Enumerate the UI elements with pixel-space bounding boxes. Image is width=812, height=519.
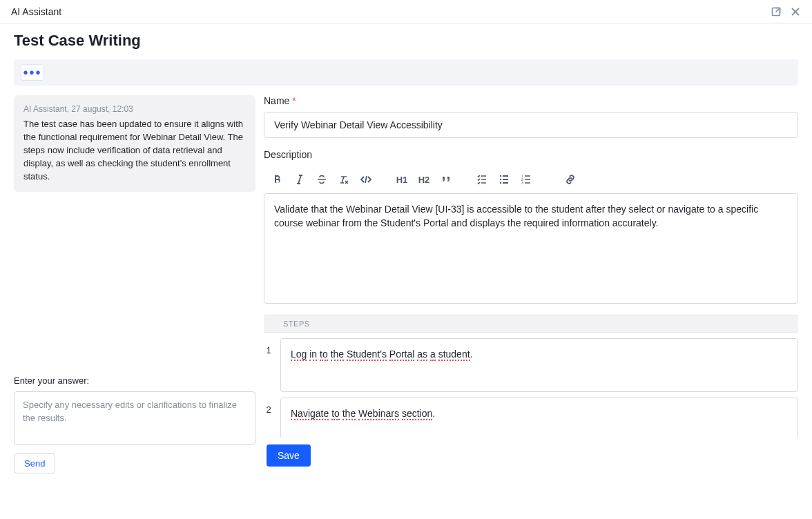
- conversation-column: AI Assistant, 27 august, 12:03 The test …: [14, 95, 255, 473]
- h2-button[interactable]: H2: [414, 170, 434, 189]
- form-column: Name * Description: [264, 95, 802, 473]
- step-number: 1: [264, 338, 273, 355]
- page-title: Test Case Writing: [0, 23, 812, 59]
- numbered-list-icon[interactable]: 123: [516, 170, 536, 189]
- close-icon[interactable]: [790, 6, 801, 17]
- svg-point-3: [500, 182, 501, 184]
- svg-point-1: [500, 175, 501, 177]
- quote-icon[interactable]: [436, 170, 456, 189]
- answer-input[interactable]: [14, 391, 255, 445]
- assistant-message-body: The test case has been updated to ensure…: [23, 118, 246, 183]
- bullet-list-icon[interactable]: [494, 170, 514, 189]
- loading-row: •••: [14, 59, 798, 86]
- assistant-message-meta: AI Assistant, 27 august, 12:03: [23, 104, 246, 115]
- topbar-title: AI Assistant: [11, 6, 61, 17]
- h1-button[interactable]: H1: [392, 170, 412, 189]
- open-external-icon[interactable]: [771, 6, 782, 17]
- steps-header: Steps: [264, 315, 798, 333]
- name-label-text: Name: [264, 95, 289, 106]
- form-scroll[interactable]: Name * Description: [264, 95, 802, 473]
- step-editor[interactable]: Log in to the Student's Portal as a stud…: [280, 338, 798, 392]
- code-icon[interactable]: [356, 170, 376, 189]
- step-number: 2: [264, 398, 273, 415]
- topbar: AI Assistant: [0, 0, 812, 23]
- name-label: Name *: [264, 95, 798, 106]
- required-star: *: [292, 95, 296, 106]
- italic-icon[interactable]: [290, 170, 309, 189]
- rich-text-toolbar: H1 H2 123: [264, 166, 798, 193]
- name-input[interactable]: [264, 112, 798, 138]
- svg-point-2: [500, 179, 501, 180]
- loading-dots-icon: •••: [21, 64, 44, 81]
- description-editor[interactable]: Validate that the Webinar Detail View [U…: [264, 193, 798, 304]
- svg-text:3: 3: [521, 181, 523, 185]
- assistant-message: AI Assistant, 27 august, 12:03 The test …: [14, 95, 255, 192]
- description-label: Description: [264, 149, 798, 160]
- step-row: 1Log in to the Student's Portal as a stu…: [264, 338, 798, 392]
- checklist-icon[interactable]: [472, 170, 492, 189]
- send-button[interactable]: Send: [14, 453, 55, 473]
- answer-label: Enter your answer:: [14, 375, 255, 386]
- strikethrough-icon[interactable]: [312, 170, 331, 189]
- topbar-actions: [771, 6, 801, 17]
- clear-format-icon[interactable]: [334, 170, 354, 189]
- link-icon[interactable]: [561, 170, 580, 189]
- save-button[interactable]: Save: [267, 444, 311, 467]
- save-row: Save: [264, 437, 802, 473]
- bold-icon[interactable]: [268, 170, 287, 189]
